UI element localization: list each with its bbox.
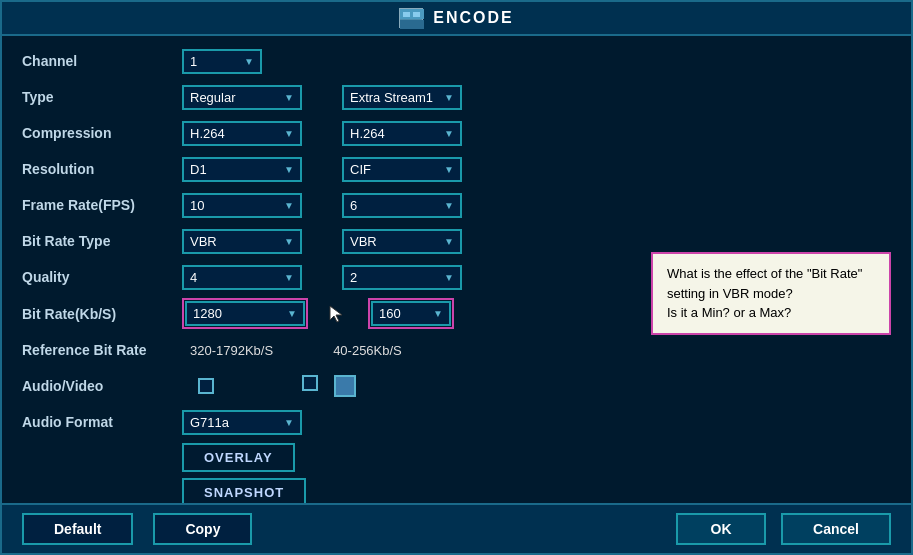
bitratetype-arrow1: ▼ (284, 236, 294, 247)
audiovideo-checkbox1[interactable] (198, 378, 214, 394)
type-arrow2: ▼ (444, 92, 454, 103)
ok-button[interactable]: OK (676, 513, 766, 545)
framerate-row: Frame Rate(FPS) 10 ▼ 6 ▼ (22, 190, 891, 220)
refbitrate-label: Reference Bit Rate (22, 342, 182, 358)
resolution-controls: D1 ▼ CIF ▼ (182, 157, 462, 182)
framerate-dropdown2[interactable]: 6 ▼ (342, 193, 462, 218)
quality-value2: 2 (350, 270, 357, 285)
bitrate-value1: 1280 (193, 306, 222, 321)
bitrate-arrow2: ▼ (433, 308, 443, 319)
resolution-value1: D1 (190, 162, 207, 177)
overlay-button[interactable]: OVERLAY (182, 443, 295, 472)
audioformat-value: G711a (190, 415, 229, 430)
framerate-value1: 10 (190, 198, 204, 213)
framerate-dropdown1[interactable]: 10 ▼ (182, 193, 302, 218)
type-dropdown1[interactable]: Regular ▼ (182, 85, 302, 110)
type-row: Type Regular ▼ Extra Stream1 ▼ (22, 82, 891, 112)
bitratetype-dropdown1[interactable]: VBR ▼ (182, 229, 302, 254)
audioformat-dropdown[interactable]: G711a ▼ (182, 410, 302, 435)
overlay-row: OVERLAY SNAPSHOT (182, 443, 891, 507)
quality-label: Quality (22, 269, 182, 285)
bitrate-arrow1: ▼ (287, 308, 297, 319)
audiovideo-label: Audio/Video (22, 378, 182, 394)
main-window: ENCODE Channel 1 ▼ Type Regular ▼ E (0, 0, 913, 555)
bitrate-dropdown1[interactable]: 1280 ▼ (185, 301, 305, 326)
type-label: Type (22, 89, 182, 105)
type-arrow1: ▼ (284, 92, 294, 103)
type-dropdown2[interactable]: Extra Stream1 ▼ (342, 85, 462, 110)
bitrate-controls: 1280 ▼ 160 ▼ (182, 298, 454, 329)
quality-controls: 4 ▼ 2 ▼ (182, 265, 462, 290)
bitrate-value2: 160 (379, 306, 401, 321)
bitrate-label: Bit Rate(Kb/S) (22, 306, 182, 322)
compression-row: Compression H.264 ▼ H.264 ▼ (22, 118, 891, 148)
type-value2: Extra Stream1 (350, 90, 433, 105)
app-icon (399, 8, 423, 28)
channel-row: Channel 1 ▼ (22, 46, 891, 76)
cancel-button[interactable]: Cancel (781, 513, 891, 545)
resolution-value2: CIF (350, 162, 371, 177)
refbitrate-value1: 320-1792Kb/S (190, 343, 273, 358)
compression-dropdown2[interactable]: H.264 ▼ (342, 121, 462, 146)
channel-arrow: ▼ (244, 56, 254, 67)
bitratetype-arrow2: ▼ (444, 236, 454, 247)
framerate-value2: 6 (350, 198, 357, 213)
channel-label: Channel (22, 53, 182, 69)
window-title: ENCODE (433, 9, 513, 27)
compression-arrow2: ▼ (444, 128, 454, 139)
channel-dropdown[interactable]: 1 ▼ (182, 49, 262, 74)
audioformat-label: Audio Format (22, 414, 182, 430)
default-button[interactable]: Default (22, 513, 133, 545)
copy-button[interactable]: Copy (153, 513, 252, 545)
annotation-box: What is the effect of the "Bit Rate" set… (651, 252, 891, 335)
bitratetype-value2: VBR (350, 234, 377, 249)
bitratetype-controls: VBR ▼ VBR ▼ (182, 229, 462, 254)
framerate-arrow1: ▼ (284, 200, 294, 211)
svg-rect-3 (413, 12, 420, 17)
bitrate-highlight: 1280 ▼ (182, 298, 308, 329)
compression-controls: H.264 ▼ H.264 ▼ (182, 121, 462, 146)
bottom-right-buttons: OK Cancel (676, 513, 891, 545)
compression-label: Compression (22, 125, 182, 141)
svg-rect-1 (400, 20, 424, 29)
quality-arrow2: ▼ (444, 272, 454, 283)
compression-arrow1: ▼ (284, 128, 294, 139)
annotation-text: What is the effect of the "Bit Rate" set… (667, 266, 862, 320)
bitrate-highlight2: 160 ▼ (368, 298, 454, 329)
audiovideo-checkbox3[interactable] (334, 375, 356, 397)
type-value1: Regular (190, 90, 236, 105)
quality-value1: 4 (190, 270, 197, 285)
channel-controls: 1 ▼ (182, 49, 262, 74)
framerate-arrow2: ▼ (444, 200, 454, 211)
framerate-controls: 10 ▼ 6 ▼ (182, 193, 462, 218)
bitratetype-label: Bit Rate Type (22, 233, 182, 249)
svg-marker-4 (330, 306, 342, 322)
bitrate-dropdown2[interactable]: 160 ▼ (371, 301, 451, 326)
audiovideo-checkboxes (190, 375, 356, 397)
type-controls: Regular ▼ Extra Stream1 ▼ (182, 85, 462, 110)
audiovideo-row: Audio/Video (22, 371, 891, 401)
mouse-cursor-icon (328, 304, 348, 324)
resolution-dropdown1[interactable]: D1 ▼ (182, 157, 302, 182)
bottom-left-buttons: Default Copy (22, 513, 252, 545)
bitratetype-dropdown2[interactable]: VBR ▼ (342, 229, 462, 254)
audiovideo-checkbox2[interactable] (302, 375, 318, 391)
bottom-bar: Default Copy OK Cancel (2, 503, 911, 553)
audioformat-row: Audio Format G711a ▼ (22, 407, 891, 437)
quality-dropdown1[interactable]: 4 ▼ (182, 265, 302, 290)
compression-value1: H.264 (190, 126, 225, 141)
refbitrate-value2: 40-256Kb/S (333, 343, 402, 358)
refbitrate-controls: 320-1792Kb/S 40-256Kb/S (182, 343, 402, 358)
compression-value2: H.264 (350, 126, 385, 141)
resolution-arrow1: ▼ (284, 164, 294, 175)
audioformat-arrow: ▼ (284, 417, 294, 428)
refbitrate-row: Reference Bit Rate 320-1792Kb/S 40-256Kb… (22, 335, 891, 365)
audioformat-controls: G711a ▼ (182, 410, 302, 435)
quality-dropdown2[interactable]: 2 ▼ (342, 265, 462, 290)
svg-rect-2 (403, 12, 410, 17)
resolution-row: Resolution D1 ▼ CIF ▼ (22, 154, 891, 184)
channel-value: 1 (190, 54, 197, 69)
resolution-arrow2: ▼ (444, 164, 454, 175)
compression-dropdown1[interactable]: H.264 ▼ (182, 121, 302, 146)
resolution-dropdown2[interactable]: CIF ▼ (342, 157, 462, 182)
